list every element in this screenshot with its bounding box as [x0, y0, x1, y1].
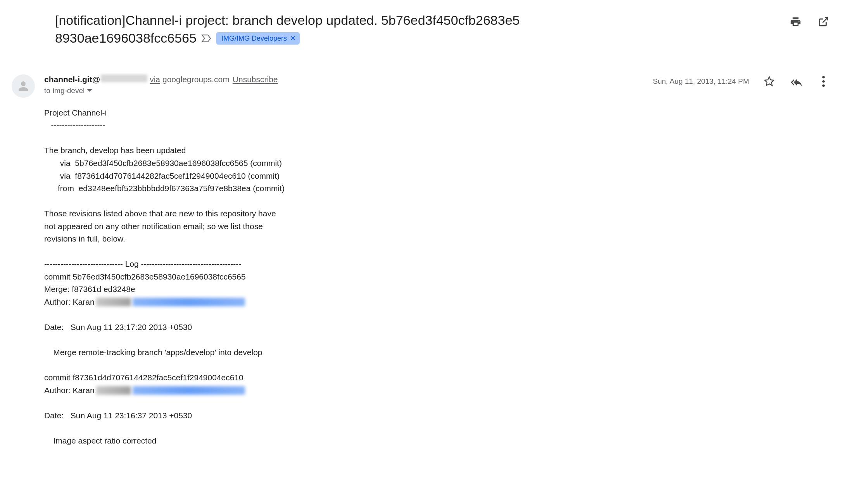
message-header: [notification]Channel-i project: branch …	[12, 12, 830, 47]
via-domain: googlegroups.com	[162, 75, 230, 84]
svg-line-0	[823, 18, 828, 23]
message-date: Sun, Aug 11, 2013, 11:24 PM	[653, 77, 749, 86]
recipient-line[interactable]: to img-devel	[44, 86, 653, 95]
svg-point-3	[822, 80, 825, 83]
reply-all-icon[interactable]	[789, 74, 803, 88]
label-chip[interactable]: IMG/IMG Developers ✕	[216, 32, 300, 45]
redacted-email	[133, 386, 245, 395]
more-options-icon[interactable]	[817, 74, 830, 88]
subject-line-1: [notification]Channel-i project: branch …	[55, 12, 773, 29]
message-body: Project Channel-i -------------------- T…	[44, 107, 830, 447]
redacted-surname	[96, 386, 131, 395]
svg-marker-1	[765, 77, 773, 85]
svg-point-2	[822, 76, 825, 78]
label-text: IMG/IMG Developers	[221, 34, 287, 43]
author-line-1: Author: Karan	[44, 296, 815, 309]
redacted-domain	[101, 74, 147, 82]
author-line-2: Author: Karan	[44, 384, 815, 397]
svg-point-4	[822, 85, 825, 87]
importance-marker-icon[interactable]	[201, 34, 211, 43]
subject-line-2: 8930ae1696038fcc6565	[55, 29, 197, 47]
sender-line: channel-i.git@ via googlegroups.com Unsu…	[44, 74, 653, 84]
open-in-new-window-icon[interactable]	[817, 15, 830, 29]
sender-email[interactable]: channel-i.git@	[44, 75, 100, 84]
redacted-email	[133, 298, 245, 306]
star-icon[interactable]	[762, 74, 776, 88]
show-details-icon[interactable]	[87, 88, 92, 93]
print-icon[interactable]	[789, 15, 803, 29]
redacted-surname	[96, 298, 131, 306]
label-remove-icon[interactable]: ✕	[290, 35, 296, 42]
unsubscribe-link[interactable]: Unsubscribe	[233, 75, 278, 84]
sender-avatar[interactable]	[12, 74, 35, 98]
via-label: via	[150, 75, 160, 84]
